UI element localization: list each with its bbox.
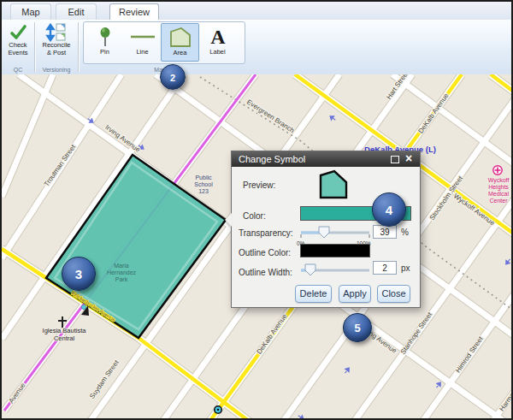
pin-icon bbox=[95, 26, 115, 48]
ribbon-body: Check Events QC Reconcile & P bbox=[2, 20, 511, 75]
map-label: Public bbox=[195, 175, 212, 180]
group-label-versioning: Versioning bbox=[35, 67, 78, 73]
tab-map[interactable]: Map bbox=[10, 3, 51, 20]
vertex-dot[interactable] bbox=[81, 305, 86, 309]
map-label: Wyckoff bbox=[488, 177, 510, 184]
group-versioning: Reconcile & Post Versioning bbox=[35, 20, 78, 74]
change-symbol-dialog: Change Symbol × Preview: Color: Transpar… bbox=[231, 151, 421, 308]
map-viewport[interactable]: Troutman StreetIrving AvenueIrving Avenu… bbox=[2, 74, 513, 420]
close-icon[interactable]: × bbox=[404, 153, 414, 163]
map-label: Maria bbox=[114, 263, 129, 269]
tab-edit[interactable]: Edit bbox=[56, 3, 97, 20]
preview-label: Preview: bbox=[243, 180, 275, 190]
map-label: 123 bbox=[198, 188, 209, 194]
outline-width-value-input[interactable]: 2 bbox=[373, 261, 397, 275]
map-label: Medical bbox=[488, 191, 510, 197]
area-icon bbox=[168, 27, 192, 49]
ribbon-tab-row: Map Edit Review bbox=[2, 2, 511, 21]
hospital-icon bbox=[493, 166, 502, 175]
dialog-callout-arrow bbox=[225, 213, 232, 227]
svg-text:A: A bbox=[210, 26, 226, 48]
apply-button[interactable]: Apply bbox=[339, 285, 371, 303]
pin-tool-button[interactable]: Pin bbox=[86, 23, 124, 62]
line-label: Line bbox=[123, 48, 162, 56]
label-icon: A bbox=[207, 26, 229, 48]
check-icon bbox=[9, 23, 27, 42]
map-label: Park bbox=[115, 276, 128, 282]
color-label: Color: bbox=[243, 211, 266, 221]
outline-width-slider[interactable] bbox=[298, 261, 372, 280]
callout-badge-5: 5 bbox=[343, 313, 372, 342]
map-label: Heights bbox=[488, 184, 509, 191]
station-dot bbox=[214, 405, 222, 414]
map-label: Central bbox=[54, 334, 75, 342]
map-label: School bbox=[194, 181, 213, 187]
area-tool-button[interactable]: Area bbox=[161, 23, 199, 62]
label-tool-button[interactable]: A Label bbox=[198, 23, 237, 62]
close-button[interactable]: Close bbox=[377, 285, 410, 303]
map-label: Center bbox=[489, 198, 508, 204]
outline-width-label: Outline Width: bbox=[239, 268, 292, 277]
reconcile-icon bbox=[45, 23, 68, 42]
map-label: Hernandez bbox=[107, 269, 137, 275]
transparency-slider-thumb[interactable] bbox=[319, 227, 329, 238]
group-qc: Check Events QC bbox=[2, 20, 34, 74]
dialog-title: Change Symbol bbox=[239, 154, 305, 164]
outline-width-unit: px bbox=[401, 263, 410, 273]
maximize-icon[interactable] bbox=[391, 156, 399, 163]
area-label: Area bbox=[162, 49, 198, 56]
callout-badge-4: 4 bbox=[372, 192, 406, 227]
callout-badge-2: 2 bbox=[160, 64, 186, 90]
outline-width-slider-thumb[interactable] bbox=[305, 264, 315, 275]
callout-badge-3: 3 bbox=[62, 257, 96, 291]
outline-color-swatch[interactable] bbox=[300, 244, 370, 257]
app-window: Map Edit Review Check Events QC bbox=[0, 0, 513, 420]
reconcile-post-button[interactable]: Reconcile & Post bbox=[35, 21, 78, 56]
check-events-label2: Events bbox=[9, 49, 28, 56]
map-label: Iglesia Bautista bbox=[43, 327, 87, 334]
line-tool-button[interactable]: Line bbox=[123, 23, 162, 62]
transparency-value-input[interactable]: 39 bbox=[373, 225, 397, 239]
dialog-titlebar[interactable]: Change Symbol × bbox=[232, 151, 420, 167]
tab-review[interactable]: Review bbox=[109, 3, 159, 20]
group-label-qc: QC bbox=[2, 67, 34, 73]
delete-button[interactable]: Delete bbox=[295, 285, 332, 303]
check-events-button[interactable]: Check Events bbox=[2, 21, 34, 56]
pin-label: Pin bbox=[86, 48, 124, 56]
transparency-label: Transparency: bbox=[239, 228, 293, 238]
reconcile-label2: & Post bbox=[47, 49, 66, 56]
ribbon: Map Edit Review Check Events QC bbox=[2, 2, 511, 74]
transparency-unit: % bbox=[401, 228, 409, 237]
markup-frame: Pin Line Area bbox=[83, 21, 245, 64]
label-label: Label bbox=[198, 48, 237, 56]
outline-color-label: Outline Color: bbox=[239, 248, 291, 257]
line-icon bbox=[128, 26, 157, 48]
preview-shape bbox=[317, 169, 351, 201]
